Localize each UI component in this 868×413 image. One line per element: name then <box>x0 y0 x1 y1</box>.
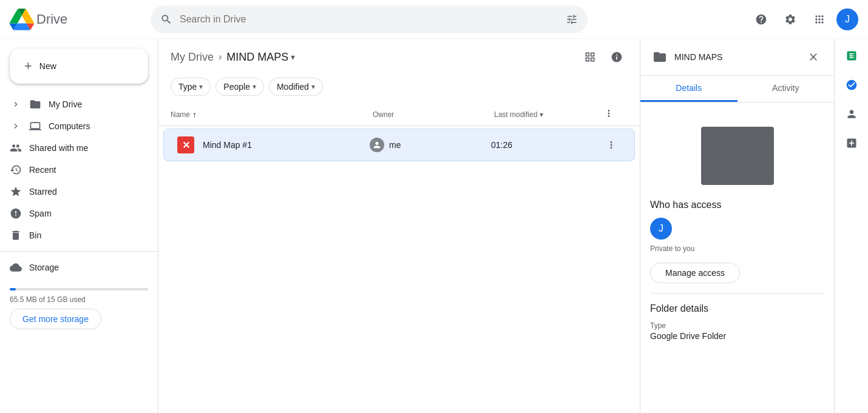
svg-text:✕: ✕ <box>182 139 190 150</box>
sidebar-item-spam[interactable]: Spam <box>0 203 148 224</box>
type-detail-value: Google Drive Folder <box>650 331 824 341</box>
access-user-avatar: J <box>650 218 672 240</box>
topbar-right: J <box>749 7 858 32</box>
people-filter-label: People <box>223 82 250 92</box>
computers-icon <box>29 120 41 132</box>
search-input[interactable] <box>180 14 558 25</box>
people-filter-chevron: ▾ <box>253 82 256 91</box>
sidebar-item-storage[interactable]: Storage <box>0 257 148 278</box>
storage-bar-fill <box>10 288 16 290</box>
sidebar-item-bin[interactable]: Bin <box>0 224 148 246</box>
sidebar-item-my-drive[interactable]: My Drive <box>0 93 148 115</box>
logo-area: Drive <box>10 7 143 32</box>
manage-access-button[interactable]: Manage access <box>650 263 740 283</box>
bin-icon <box>10 229 22 241</box>
panel-close-button[interactable] <box>802 46 824 68</box>
folder-details-section: Folder details Type Google Drive Folder <box>650 293 824 341</box>
recent-label: Recent <box>29 165 56 175</box>
my-drive-folder-icon <box>29 98 41 110</box>
breadcrumb-root[interactable]: My Drive <box>171 51 214 64</box>
file-type-icon: ✕ <box>176 135 195 155</box>
starred-icon <box>10 186 22 198</box>
owner-column-label: Owner <box>373 110 394 119</box>
new-button[interactable]: + New <box>10 49 148 84</box>
right-panel: MIND MAPS Details Activity Who has acces… <box>640 39 834 413</box>
bin-label: Bin <box>29 230 41 240</box>
header-actions <box>579 46 628 68</box>
owner-column-header: Owner <box>373 110 494 119</box>
people-filter-button[interactable]: People ▾ <box>215 78 264 96</box>
table-row[interactable]: ✕ Mind Map #1 me 01:26 <box>163 129 635 161</box>
add-side-button[interactable] <box>839 131 864 155</box>
breadcrumb-separator: › <box>219 52 222 62</box>
new-plus-icon: + <box>24 58 32 74</box>
recent-icon <box>10 164 22 176</box>
panel-header: MIND MAPS <box>640 39 834 76</box>
modified-column-label: Last modified <box>494 110 537 119</box>
main-layout: + New My Drive Computers Sha <box>0 39 868 413</box>
name-column-header[interactable]: Name ↑ <box>171 110 373 119</box>
user-avatar[interactable]: J <box>836 8 858 30</box>
list-header: Name ↑ Owner Last modified ▾ <box>158 103 640 126</box>
sidebar-item-shared[interactable]: Shared with me <box>0 137 148 159</box>
type-detail-row: Type Google Drive Folder <box>650 321 824 341</box>
spam-label: Spam <box>29 209 52 218</box>
content-area: My Drive › MIND MAPS ▾ Type ▾ <box>158 39 640 413</box>
type-detail-label: Type <box>650 321 824 330</box>
storage-label: Storage <box>29 263 59 272</box>
type-filter-button[interactable]: Type ▾ <box>171 78 211 96</box>
sidebar-item-computers[interactable]: Computers <box>0 115 148 137</box>
sidebar-divider <box>0 251 158 252</box>
modified-filter-label: Modified <box>277 82 309 92</box>
apps-button[interactable] <box>807 7 832 32</box>
storage-icon <box>10 261 22 274</box>
panel-title: MIND MAPS <box>674 52 798 62</box>
modified-column-header[interactable]: Last modified ▾ <box>494 110 603 119</box>
filter-row: Type ▾ People ▾ Modified ▾ <box>158 75 640 103</box>
storage-bar-bg <box>10 288 148 290</box>
contacts-side-button[interactable] <box>839 102 864 126</box>
folder-details-title: Folder details <box>650 303 824 314</box>
topbar: Drive J <box>0 0 868 39</box>
type-filter-label: Type <box>178 82 197 92</box>
file-list: Name ↑ Owner Last modified ▾ <box>158 103 640 413</box>
shared-icon <box>10 142 22 154</box>
sheets-side-button[interactable] <box>839 44 864 68</box>
info-button[interactable] <box>606 46 628 68</box>
type-filter-chevron: ▾ <box>199 82 203 91</box>
tab-details[interactable]: Details <box>640 76 737 102</box>
breadcrumb-current[interactable]: MIND MAPS ▾ <box>226 51 295 64</box>
access-title: Who has access <box>650 200 824 210</box>
starred-label: Starred <box>29 187 57 196</box>
tasks-side-button[interactable] <box>839 73 864 97</box>
help-button[interactable] <box>749 7 773 32</box>
get-more-storage-button[interactable]: Get more storage <box>10 309 101 329</box>
my-drive-chevron-icon <box>10 98 22 110</box>
private-text: Private to you <box>650 244 824 253</box>
modified-filter-button[interactable]: Modified ▾ <box>269 78 323 96</box>
search-bar[interactable] <box>151 5 588 33</box>
new-button-label: New <box>39 61 56 71</box>
folder-thumbnail <box>701 127 774 185</box>
content-header: My Drive › MIND MAPS ▾ <box>158 39 640 75</box>
file-owner: me <box>389 140 401 150</box>
panel-tabs: Details Activity <box>640 76 834 102</box>
actions-column-header <box>603 108 628 121</box>
file-name: Mind Map #1 <box>203 140 370 150</box>
settings-button[interactable] <box>778 7 802 32</box>
sidebar: + New My Drive Computers Sha <box>0 39 158 413</box>
file-more-button[interactable] <box>600 134 622 156</box>
sidebar-item-recent[interactable]: Recent <box>0 159 148 181</box>
file-modified: 01:26 <box>491 140 600 150</box>
search-options-icon[interactable] <box>566 13 578 25</box>
breadcrumb-chevron-icon: ▾ <box>291 52 295 62</box>
spam-icon <box>10 207 22 220</box>
right-edge <box>834 39 868 413</box>
tab-activity[interactable]: Activity <box>737 76 835 102</box>
grid-view-button[interactable] <box>579 46 601 68</box>
access-user: J <box>650 218 824 240</box>
sidebar-item-starred[interactable]: Starred <box>0 181 148 203</box>
computers-label: Computers <box>49 121 90 131</box>
panel-content: Who has access J Private to you Manage a… <box>640 102 834 358</box>
search-icon <box>160 13 172 25</box>
